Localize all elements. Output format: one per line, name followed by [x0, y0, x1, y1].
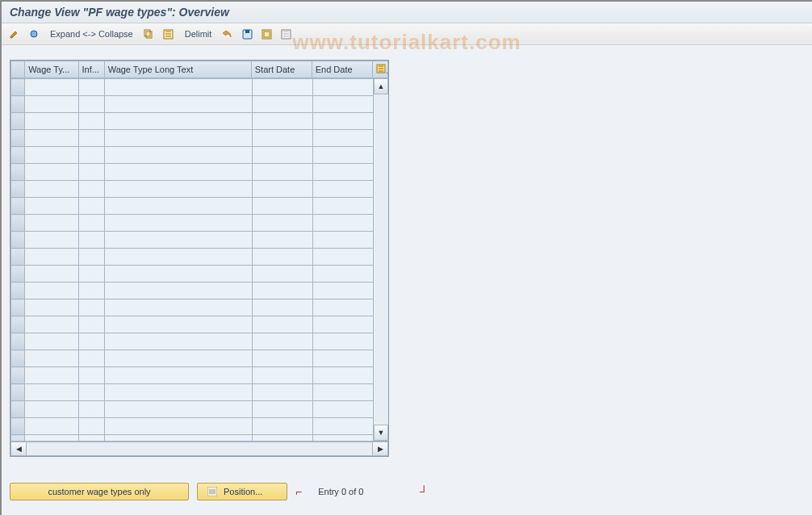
cell-inf[interactable] — [78, 147, 104, 164]
cell-wage-type[interactable] — [25, 316, 79, 333]
cell-long-text[interactable] — [104, 79, 252, 96]
cell-wage-type[interactable] — [25, 96, 79, 113]
cell-wage-type[interactable] — [25, 215, 79, 232]
cell-long-text[interactable] — [104, 181, 252, 198]
cell-inf[interactable] — [78, 401, 104, 418]
row-selector[interactable] — [11, 96, 25, 113]
cell-start-date[interactable] — [252, 350, 312, 367]
cell-wage-type[interactable] — [25, 367, 79, 384]
cell-wage-type[interactable] — [25, 299, 79, 316]
col-end-date[interactable]: End Date — [312, 61, 372, 78]
cell-end-date[interactable] — [312, 164, 373, 181]
cell-long-text[interactable] — [104, 384, 252, 401]
cell-start-date[interactable] — [252, 249, 312, 266]
row-selector[interactable] — [11, 130, 25, 147]
row-selector[interactable] — [11, 147, 25, 164]
cell-inf[interactable] — [78, 333, 104, 350]
cell-end-date[interactable] — [312, 350, 373, 367]
cell-long-text[interactable] — [104, 333, 252, 350]
column-settings-icon[interactable] — [372, 61, 387, 78]
cell-end-date[interactable] — [312, 181, 373, 198]
select-block-icon[interactable] — [258, 26, 274, 42]
cell-long-text[interactable] — [104, 96, 252, 113]
row-selector[interactable] — [11, 299, 25, 316]
expand-collapse-button[interactable]: Expand <-> Collapse — [45, 29, 138, 39]
cell-inf[interactable] — [78, 113, 104, 130]
cell-start-date[interactable] — [252, 435, 312, 442]
cell-start-date[interactable] — [252, 232, 312, 249]
cell-inf[interactable] — [78, 130, 104, 147]
cell-long-text[interactable] — [104, 283, 252, 299]
cell-wage-type[interactable] — [25, 79, 79, 96]
cell-inf[interactable] — [78, 299, 104, 316]
cell-inf[interactable] — [78, 266, 104, 283]
cell-end-date[interactable] — [312, 215, 373, 232]
cell-wage-type[interactable] — [25, 113, 79, 130]
copy-icon[interactable] — [141, 26, 157, 42]
cell-end-date[interactable] — [312, 418, 373, 435]
cell-long-text[interactable] — [104, 147, 252, 164]
row-selector[interactable] — [11, 283, 25, 299]
cell-end-date[interactable] — [312, 401, 373, 418]
select-all-icon[interactable] — [161, 26, 177, 42]
cell-end-date[interactable] — [312, 249, 373, 266]
cell-long-text[interactable] — [104, 401, 252, 418]
row-selector[interactable] — [11, 384, 25, 401]
cell-inf[interactable] — [78, 384, 104, 401]
row-selector[interactable] — [11, 350, 25, 367]
cell-inf[interactable] — [78, 435, 104, 442]
cell-end-date[interactable] — [312, 266, 373, 283]
cell-end-date[interactable] — [312, 113, 373, 130]
cell-inf[interactable] — [78, 418, 104, 435]
cell-wage-type[interactable] — [25, 283, 79, 299]
cell-inf[interactable] — [78, 198, 104, 215]
other-view-icon[interactable] — [26, 26, 42, 42]
scroll-right-icon[interactable]: ▶ — [372, 442, 388, 456]
row-selector[interactable] — [11, 418, 25, 435]
position-button[interactable]: Position... — [197, 483, 287, 500]
deselect-all-icon[interactable] — [278, 26, 294, 42]
cell-end-date[interactable] — [312, 316, 373, 333]
cell-long-text[interactable] — [104, 130, 252, 147]
cell-inf[interactable] — [78, 283, 104, 299]
cell-wage-type[interactable] — [25, 384, 79, 401]
cell-start-date[interactable] — [252, 79, 312, 96]
cell-inf[interactable] — [78, 181, 104, 198]
delimit-button[interactable]: Delimit — [180, 29, 217, 39]
cell-start-date[interactable] — [252, 266, 312, 283]
cell-start-date[interactable] — [252, 164, 312, 181]
cell-wage-type[interactable] — [25, 350, 79, 367]
cell-long-text[interactable] — [104, 350, 252, 367]
cell-start-date[interactable] — [252, 384, 312, 401]
cell-end-date[interactable] — [312, 435, 373, 442]
cell-wage-type[interactable] — [25, 249, 79, 266]
cell-long-text[interactable] — [104, 215, 252, 232]
cell-inf[interactable] — [78, 350, 104, 367]
cell-long-text[interactable] — [104, 198, 252, 215]
cell-inf[interactable] — [78, 96, 104, 113]
cell-start-date[interactable] — [252, 130, 312, 147]
scroll-up-icon[interactable]: ▲ — [374, 78, 388, 94]
scroll-track[interactable] — [374, 94, 388, 425]
cell-start-date[interactable] — [252, 181, 312, 198]
cell-long-text[interactable] — [104, 299, 252, 316]
cell-end-date[interactable] — [312, 384, 373, 401]
cell-end-date[interactable] — [312, 96, 373, 113]
cell-wage-type[interactable] — [25, 198, 79, 215]
cell-long-text[interactable] — [104, 249, 252, 266]
cell-end-date[interactable] — [312, 130, 373, 147]
customer-wage-types-button[interactable]: customer wage types only — [10, 483, 189, 500]
cell-wage-type[interactable] — [25, 333, 79, 350]
cell-long-text[interactable] — [104, 113, 252, 130]
cell-long-text[interactable] — [104, 266, 252, 283]
row-selector[interactable] — [11, 198, 25, 215]
vertical-scrollbar[interactable]: ▲ ▼ — [373, 78, 388, 441]
col-wage-type[interactable]: Wage Ty... — [25, 61, 78, 78]
cell-wage-type[interactable] — [25, 401, 79, 418]
cell-start-date[interactable] — [252, 147, 312, 164]
cell-wage-type[interactable] — [25, 418, 79, 435]
cell-wage-type[interactable] — [25, 232, 79, 249]
col-long-text[interactable]: Wage Type Long Text — [104, 61, 251, 78]
cell-long-text[interactable] — [104, 367, 252, 384]
cell-wage-type[interactable] — [25, 147, 79, 164]
